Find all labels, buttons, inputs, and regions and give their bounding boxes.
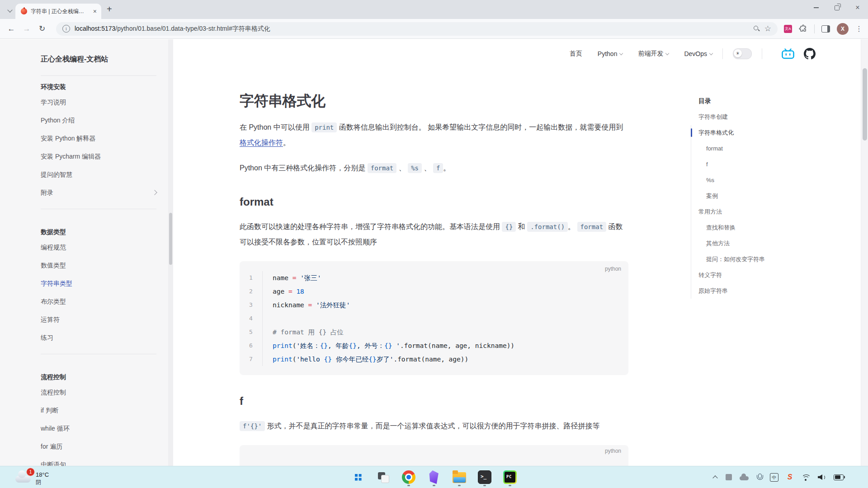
divider [762,48,762,59]
sidebar-item[interactable]: if 判断 [41,401,156,419]
taskbar-app-obsidian[interactable] [425,467,443,487]
site-info-icon[interactable]: i [62,25,70,33]
weather-widget[interactable]: 1 18°C 阴 [15,468,49,486]
back-button[interactable]: ← [4,21,19,37]
sidebar-item[interactable]: 中断语句 [41,455,156,466]
sidebar-item[interactable]: Python 介绍 [41,111,156,129]
address-bar[interactable]: i localhost:5173/python/01.base/01.data-… [56,22,778,36]
line-number: 4 [240,312,263,325]
sidebar-item-label: 中断语句 [41,455,66,466]
toc-divider-line [691,125,691,299]
browser-menu-icon[interactable]: ⋮ [855,25,863,33]
chevron-down-icon [709,51,713,55]
sidebar-item[interactable]: 学习说明 [41,93,156,111]
toc-item[interactable]: 字符串格式化 [698,125,826,141]
sidebar-item[interactable]: 安装 Python 解释器 [41,129,156,147]
sidebar-item[interactable]: 安装 Pycharm 编辑器 [41,147,156,165]
bilibili-icon[interactable] [781,48,795,60]
page-scrollbar[interactable] [861,39,868,466]
sidebar-item[interactable]: 字符串类型 [41,274,156,292]
ime-chinese-icon[interactable]: 中 [770,473,778,482]
sidebar-item[interactable]: 练习 [41,328,156,347]
code-line: 7print('hello {} 你今年已经{}岁了'.format(name,… [240,352,628,366]
window-minimize-button[interactable] [806,0,826,15]
reload-button[interactable]: ↻ [34,21,50,37]
sidebar-item[interactable]: 提问的智慧 [41,165,156,183]
toc-item[interactable]: 查找和替换 [698,220,826,235]
sogou-icon[interactable]: S [786,473,793,481]
sidebar-item[interactable]: 数值类型 [41,256,156,274]
side-panel-icon[interactable] [821,25,830,33]
window-restore-button[interactable] [826,0,847,15]
nav-item[interactable]: 首页 [570,50,582,58]
sidebar-item-label: 练习 [41,328,53,347]
sidebar-item[interactable]: 布尔类型 [41,292,156,310]
window-close-button[interactable]: × [847,0,868,15]
sidebar-item-label: 布尔类型 [41,292,66,310]
chrome-icon [402,470,415,484]
obsidian-icon [428,470,440,484]
toc-item[interactable]: 原始字符串 [698,283,826,299]
sidebar-item-label: 安装 Python 解释器 [41,129,95,147]
page-scrollbar-thumb[interactable] [863,68,867,141]
sidebar-item[interactable]: 编程规范 [41,238,156,256]
toc-item[interactable]: f [698,156,826,172]
bookmark-star-icon[interactable]: ☆ [764,25,771,33]
chevron-up-icon[interactable] [712,475,718,479]
translate-extension-icon[interactable]: 文A [784,25,792,33]
toc-item[interactable]: 字符串创建 [698,109,826,125]
volume-icon[interactable] [818,474,826,480]
sidebar-item[interactable]: while 循环 [41,419,156,437]
github-icon[interactable] [804,48,816,60]
doc-link[interactable]: 格式化操作符 [240,139,283,146]
nav-item[interactable]: 前端开发 [638,50,669,58]
sidebar-scrollbar-thumb[interactable] [169,213,172,265]
battery-icon[interactable] [834,474,844,480]
code-line: 1name = '张三' [240,271,628,285]
microphone-icon[interactable] [756,474,762,481]
profile-avatar[interactable]: X [837,23,849,35]
toc-item[interactable]: 转义字符 [698,267,826,283]
toc-item[interactable]: format [698,141,826,156]
notification-badge: 1 [26,468,35,476]
taskbar-app-terminal[interactable]: >_ [476,467,494,487]
toc-item[interactable]: 提问：如何改变字符串 [698,251,826,267]
taskbar-app-start[interactable] [349,467,367,487]
code-block: python1name = '张三'2age = 183nickname = '… [240,261,628,375]
new-tab-button[interactable]: + [107,5,112,14]
theme-toggle[interactable]: ☀ [733,48,752,59]
sidebar-scrollbar[interactable] [168,39,173,466]
sidebar-item[interactable]: for 遍历 [41,437,156,455]
taskbar-app-task-view[interactable] [374,467,392,487]
toc-item[interactable]: 其他方法 [698,235,826,251]
pycharm-icon: PC [503,470,517,484]
tab-search-button[interactable] [5,5,14,14]
sidebar-item[interactable]: 附录 [41,183,156,202]
browser-tab[interactable]: 字符串 | 正心全栈编程-文档站 × [15,4,101,19]
forward-button[interactable]: → [19,21,34,37]
wifi-icon[interactable] [801,474,810,481]
tab-close-icon[interactable]: × [92,7,98,15]
extensions-puzzle-icon[interactable] [799,24,807,33]
toc-item[interactable]: 常用方法 [698,204,826,220]
divider [814,24,815,33]
sidebar-item[interactable]: 流程控制 [41,383,156,401]
line-number: 5 [240,325,263,339]
cloud-icon[interactable] [740,474,749,480]
task-view-icon [377,471,390,483]
toc-item[interactable]: 案例 [698,188,826,204]
nav-item[interactable]: Python [598,50,623,57]
sidebar-item-label: while 循环 [41,419,70,437]
sidebar-item-label: 流程控制 [41,383,66,401]
taskbar-app-file-explorer[interactable] [450,467,468,487]
browser-toolbar: ← → ↻ i localhost:5173/python/01.base/01… [0,19,868,39]
nav-item-label: DevOps [684,50,707,57]
app-square-icon[interactable] [726,474,732,480]
site-title[interactable]: 正心全栈编程-文档站 [41,54,156,65]
zoom-icon[interactable] [754,26,760,32]
taskbar-app-chrome[interactable] [400,467,418,487]
nav-item[interactable]: DevOps [684,50,712,57]
taskbar-app-pycharm[interactable]: PC [501,467,519,487]
sidebar-item[interactable]: 运算符 [41,310,156,328]
toc-item[interactable]: %s [698,172,826,188]
